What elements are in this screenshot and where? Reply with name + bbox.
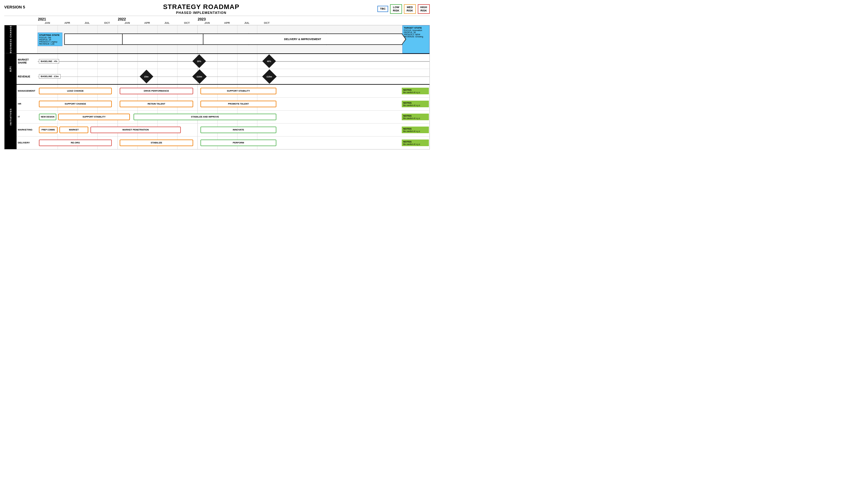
ss-line1: FOCUS: Old [39,36,61,39]
rev-diamond-15m: £15m [262,69,277,84]
kpi-market-share-label: MARKET SHARE [16,58,38,64]
sub-title: PHASED IMPLEMENTATION [25,11,377,14]
bar-drive-performance: DRIVE PERFORMANCE [120,88,193,94]
hr-row: HR SUPPORT CHANGE [16,98,429,111]
target-state-box: TARGET STATE FOCUS: Innovation PEOPLE: 5… [402,25,429,53]
it-label: IT [16,115,38,118]
month-jan-23: JAN [197,21,217,24]
delivery-label: DELIVERY [16,141,38,144]
ms-diamond-20: 20% [192,54,206,68]
kpi-ms-timeline: BASELINE : 4% 20% 40% [38,54,429,69]
kpi-rev-timeline: BASELINE : £3m £5m £10m £15m [38,69,429,84]
bar-market: MARKET [59,126,88,133]
initiatives-section: INITIATIVES MANAGEMENT [4,85,429,149]
marketing-row: MARKETING PREP COMMS [16,123,429,136]
bc-label: BUSINESS CHANGE [4,25,16,53]
bar-new-design: NEW DESIGN [39,113,56,120]
business-change-section: BUSINESS CHANGE STARTING STATE F [4,25,429,54]
delivery-notes: NOTES Be careful of x y z [402,139,429,146]
arrow-delivery-label: DELIVERY & IMPROVEMENT [284,38,321,41]
bar-support-stability-mgmt: SUPPORT STABILITY [200,88,277,94]
hr-label: HR [16,102,38,105]
starting-state-title: STARTING STATE [39,34,61,36]
marketing-notes-text: Be careful of x y z [403,130,427,132]
ss-line4: REVENUE: Low [39,43,61,45]
legend-low: LOWRISK [390,4,402,14]
rev-5m-text: £5m [144,75,149,77]
kpi-revenue-row: REVENUE BASELINE : £3 [16,69,429,84]
marketing-timeline: PREP COMMS MARKET MARKET PENETRATION INN… [38,123,401,136]
bc-empty-label [16,25,38,53]
bar-lead-change: LEAD CHANGE [39,88,112,94]
ms-diamond-40: 40% [262,54,276,68]
month-apr-22: APR [137,21,157,24]
it-notes: NOTES Be careful of x y z [402,113,429,120]
bar-reorg: RE-ORG [39,139,112,146]
month-apr-23: APR [217,21,237,24]
timeline-header: 2021 JAN APR JUL OCT 2022 JAN APR JUL OC… [37,17,430,24]
ts-line3: PRODUCT: NEW [404,34,428,36]
arrow-delivery: DELIVERY & IMPROVEMENT [203,34,402,45]
management-label: MANAGEMENT [16,89,38,92]
kpi-market-share-row: MARKET SHARE [16,54,429,69]
it-notes-text: Be careful of x y z [403,117,427,119]
bar-perform: PERFORM [200,139,277,146]
main-title: STRATEGY ROADMAP [25,3,377,11]
bar-stabilize: STABILIZE [120,139,193,146]
version-label: VERSION 5 [4,5,25,9]
bar-promote-talent: PROMOTE TALENT [200,101,277,107]
ms-baseline: BASELINE : 4% [39,59,59,64]
rev-10m-text: £10m [197,75,202,77]
month-oct-23: OCT [257,21,277,24]
hr-notes-title: NOTES [403,101,427,104]
it-notes-title: NOTES [403,114,427,117]
title-block: STRATEGY ROADMAP PHASED IMPLEMENTATION [25,3,377,14]
delivery-notes-title: NOTES [403,141,427,143]
month-jan-21: JAN [37,21,57,24]
it-row: IT NEW DESIGN [16,111,429,123]
month-oct-22: OCT [177,21,197,24]
month-oct-21: OCT [97,21,117,24]
bar-market-penetration: MARKET PENETRATION [90,126,181,133]
hr-notes-text: Be careful of x y z [403,104,427,106]
month-jul-23: JUL [237,21,257,24]
legend-tbc: TBC [377,6,389,12]
rev-diamond-10m: £10m [192,69,207,84]
ms-diamond-40-text: 40% [267,60,271,62]
bar-support-change: SUPPORT CHANGE [39,101,112,107]
marketing-label: MARKETING [16,129,38,131]
kpi-revenue-label: REVENUE [16,75,38,78]
ss-line3: PRODUCT: Legacy [39,41,61,43]
delivery-row: DELIVERY RE-ORG [16,136,429,149]
hr-timeline: SUPPORT CHANGE RETAIN TALENT PROMOTE TAL… [38,98,401,110]
kpi-section: KPI MARKET SHARE [4,54,429,85]
ms-diamond-20-text: 20% [197,60,201,62]
ts-line2: PEOPLE: 50 [404,31,428,34]
marketing-notes-title: NOTES [403,127,427,130]
legend: TBC LOWRISK MEDRISK HIGHRISK [377,4,430,14]
ts-line4: REVENUE: Growing [404,36,428,38]
ts-line1: FOCUS: Innovation [404,29,428,31]
delivery-notes-text: Be careful of x y z [403,143,427,145]
mgmt-notes: NOTES Be careful of x y z [402,88,429,94]
rev-baseline: BASELINE : £3m [39,74,61,78]
year-2023: 2023 [197,17,277,21]
initiatives-label: INITIATIVES [4,85,16,149]
bar-stabilize-improve: STABILIZE AND IMPROVE [134,113,277,120]
month-jul-21: JUL [77,21,97,24]
kpi-rows: MARKET SHARE [16,54,429,84]
rev-diamond-5m: £5m [139,70,153,83]
ss-line2: PEOPLE: 25 [39,39,61,41]
month-apr-21: APR [57,21,77,24]
starting-state-box: STARTING STATE FOCUS: Old PEOPLE: 25 PRO… [38,33,62,46]
month-jul-22: JUL [157,21,177,24]
main-content: BUSINESS CHANGE STARTING STATE F [4,25,430,149]
page-header: VERSION 5 STRATEGY ROADMAP PHASED IMPLEM… [4,3,430,14]
mgmt-notes-title: NOTES [403,88,427,91]
marketing-notes: NOTES Be careful of x y z [402,126,429,133]
mgmt-notes-text: Be careful of x y z [403,91,427,94]
month-jan-22: JAN [117,21,137,24]
bc-timeline: STARTING STATE FOCUS: Old PEOPLE: 25 PRO… [38,25,402,53]
year-2022: 2022 [117,17,197,21]
bar-prep-comms: PREP COMMS [39,126,58,133]
